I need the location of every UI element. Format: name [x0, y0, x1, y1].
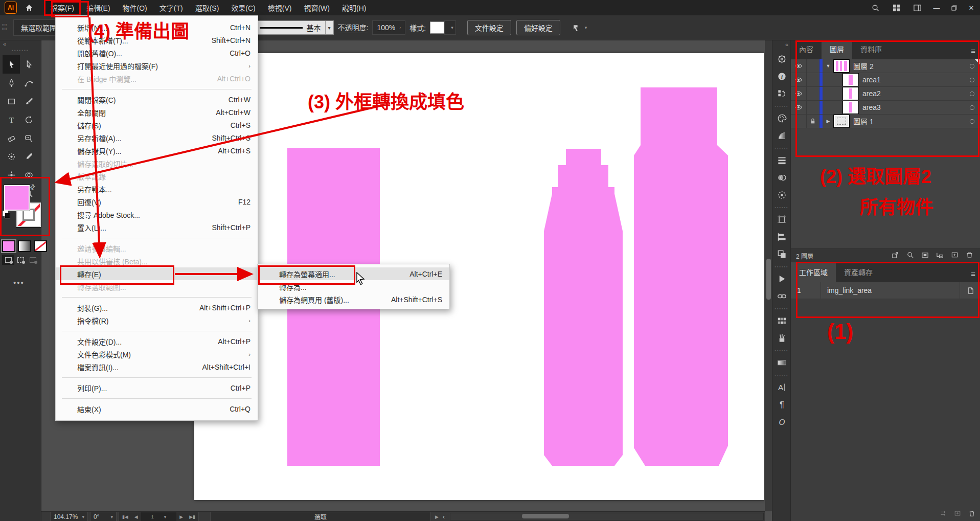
- eraser-tool-icon[interactable]: [3, 129, 20, 147]
- layer-name[interactable]: area2: [862, 89, 963, 98]
- opacity-value[interactable]: 100%›: [372, 20, 405, 35]
- lock-icon[interactable]: [807, 115, 819, 128]
- target-circle-icon[interactable]: [963, 77, 980, 83]
- brushes-panel-icon[interactable]: [772, 329, 791, 347]
- close-button[interactable]: ✕: [963, 0, 980, 15]
- visibility-toggle-empty[interactable]: [791, 115, 807, 128]
- file-menu-item-15[interactable]: 回復(V)F12: [56, 195, 258, 208]
- artboards-tab-資產轉存[interactable]: 資產轉存: [836, 262, 881, 282]
- file-menu-item-2[interactable]: 從範本新增(T)...Shift+Ctrl+N: [56, 34, 258, 47]
- status-expand-icon[interactable]: ▶: [431, 514, 443, 519]
- expand-chevron-icon[interactable]: ▼: [823, 63, 834, 69]
- home-icon[interactable]: [25, 4, 33, 12]
- minimize-button[interactable]: —: [928, 0, 945, 15]
- file-menu-item-9[interactable]: 儲存(S)Ctrl+S: [56, 119, 258, 131]
- direct-selection-tool-icon[interactable]: [20, 55, 37, 74]
- previous-artboard-icon[interactable]: ◀: [131, 514, 141, 519]
- layer-name[interactable]: 圖層 1: [853, 116, 963, 126]
- rearrange-icon[interactable]: [940, 510, 947, 519]
- visibility-eye-icon[interactable]: [791, 101, 807, 114]
- last-artboard-icon[interactable]: ▶▮: [186, 514, 198, 519]
- fill-swatch[interactable]: [4, 185, 30, 211]
- dock-grip[interactable]: ▪▪▪▪▪▪: [775, 347, 789, 354]
- layer-row-area3[interactable]: area3: [791, 101, 980, 115]
- swatches-panel-icon[interactable]: [772, 312, 791, 329]
- lock-toggle-empty[interactable]: [807, 59, 819, 73]
- export-submenu-item-1[interactable]: 轉存為螢幕適用...Alt+Ctrl+E: [258, 267, 449, 280]
- menubar-item-8[interactable]: 視窗(W): [298, 0, 336, 15]
- style-swatch[interactable]: [430, 21, 444, 34]
- layer-row-圖層 1[interactable]: ▶圖層 1: [791, 115, 980, 128]
- delete-icon[interactable]: [968, 510, 975, 519]
- wheel-panel-icon[interactable]: [772, 50, 791, 67]
- shaper-tool-icon[interactable]: [20, 129, 37, 147]
- dock-grip[interactable]: ▪▪▪▪▪▪: [775, 203, 789, 211]
- menubar-item-3[interactable]: 物件(O): [117, 0, 153, 15]
- scroll-left-icon[interactable]: ‹: [443, 513, 445, 520]
- visibility-eye-icon[interactable]: [791, 87, 807, 100]
- layer-thumbnail[interactable]: [843, 101, 858, 114]
- collapse-toolbar-icon[interactable]: «: [3, 41, 6, 47]
- curvature-tool-icon[interactable]: [20, 74, 37, 92]
- artwork-shape-3[interactable]: [634, 87, 728, 466]
- visibility-eye-icon[interactable]: [791, 59, 807, 73]
- file-menu-item-28[interactable]: 文件色彩模式(M)›: [56, 348, 258, 360]
- paragraph-panel-icon[interactable]: ¶: [772, 396, 791, 413]
- restore-button[interactable]: [945, 0, 963, 15]
- toolbar-grip[interactable]: ▪▪▪▪▪▪▪: [0, 48, 41, 53]
- opentype-panel-icon[interactable]: O: [772, 413, 791, 431]
- create-layer-icon[interactable]: [951, 251, 959, 260]
- align-panel-icon[interactable]: [772, 228, 791, 245]
- pen-tool-icon[interactable]: [3, 74, 20, 92]
- menubar-item-4[interactable]: 文字(T): [153, 0, 189, 15]
- file-menu-item-8[interactable]: 全部關閉Alt+Ctrl+W: [56, 106, 258, 119]
- layer-thumbnail[interactable]: [834, 115, 849, 127]
- file-menu-item-1[interactable]: 新增(N)...Ctrl+N: [56, 21, 258, 34]
- color-panel-icon[interactable]: [772, 109, 791, 127]
- gradient-tool-icon[interactable]: [3, 147, 20, 166]
- draw-inside-button[interactable]: [27, 255, 39, 265]
- menubar-item-9[interactable]: 說明(H): [336, 0, 372, 15]
- file-menu-item-7[interactable]: 關閉檔案(C)Ctrl+W: [56, 93, 258, 106]
- layers-tab-資料庫[interactable]: 資料庫: [852, 39, 890, 59]
- current-artboard[interactable]: 1▾: [141, 512, 177, 521]
- dock-grip[interactable]: ▪▪▪▪▪▪: [775, 305, 789, 312]
- draw-normal-button[interactable]: [2, 255, 14, 265]
- menubar-item-2[interactable]: 編輯(E): [80, 0, 117, 15]
- artboard-name[interactable]: img_link_area: [821, 286, 960, 295]
- preferences-button[interactable]: 偏好設定: [516, 20, 560, 35]
- new-artboard-icon[interactable]: [954, 510, 961, 519]
- gradient-annotator-panel-icon[interactable]: [772, 354, 791, 371]
- menubar-item-6[interactable]: 效果(C): [225, 0, 261, 15]
- file-menu-item-14[interactable]: 另存範本...: [56, 183, 258, 195]
- file-menu-item-4[interactable]: 打開最近使用過的檔案(F)›: [56, 59, 258, 72]
- layers-tab-內容[interactable]: 內容: [791, 39, 822, 59]
- rotate-tool-icon[interactable]: [20, 110, 37, 129]
- file-menu-item-29[interactable]: 檔案資訊(I)...Alt+Shift+Ctrl+I: [56, 360, 258, 373]
- workspace-switcher-icon[interactable]: [886, 0, 907, 15]
- none-button[interactable]: [34, 240, 47, 252]
- gradient-panel-icon[interactable]: [772, 186, 791, 203]
- document-setup-button[interactable]: 文件設定: [467, 20, 511, 35]
- info-panel-icon[interactable]: i: [772, 67, 791, 85]
- horizontal-scrollbar[interactable]: [450, 513, 764, 520]
- menubar-item-7[interactable]: 檢視(V): [262, 0, 298, 15]
- dock-grip[interactable]: ▪▪▪▪▪▪: [775, 102, 789, 109]
- artboard-panel-icon[interactable]: [772, 211, 791, 228]
- make-clipping-mask-icon[interactable]: [921, 251, 929, 260]
- create-sublayer-icon[interactable]: [936, 251, 944, 260]
- collect-for-export-icon[interactable]: [892, 251, 899, 260]
- rotation-dropdown[interactable]: 0°▾: [90, 512, 117, 521]
- zoom-level-dropdown[interactable]: 104.17%▾: [50, 512, 88, 521]
- isolate-selection-icon[interactable]: ▾: [565, 20, 594, 35]
- expand-panels-icon[interactable]: «: [785, 41, 788, 48]
- layer-name[interactable]: area3: [862, 103, 963, 111]
- dock-grip[interactable]: ▪▪▪▪▪▪: [775, 263, 789, 270]
- lock-toggle-empty[interactable]: [807, 87, 819, 100]
- visibility-eye-icon[interactable]: [791, 73, 807, 86]
- edit-toolbar-icon[interactable]: •••: [13, 278, 25, 287]
- menubar-item-1[interactable]: 檔案(F): [44, 0, 80, 15]
- locate-object-icon[interactable]: [906, 251, 914, 260]
- chevron-down-icon[interactable]: ▾: [325, 21, 333, 34]
- layers-tab-圖層[interactable]: 圖層: [822, 39, 852, 59]
